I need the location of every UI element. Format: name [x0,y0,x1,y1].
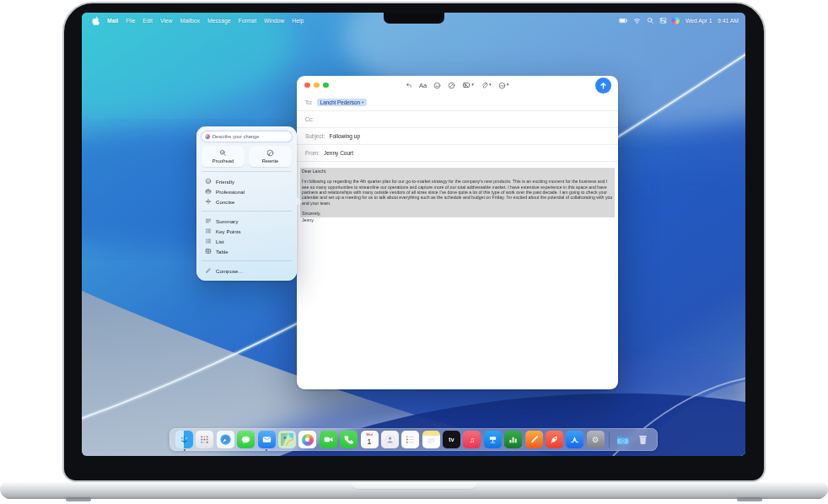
from-label: From: [305,150,320,156]
laptop-lid: MailFileEditViewMailboxMessageFormatWind… [62,2,766,482]
calendar-app-icon: Wed1 [361,431,379,448]
music-app-icon: ♫ [463,431,481,448]
to-label: To: [305,99,313,105]
writing-tools-item-compose[interactable]: Compose… [202,265,292,276]
control-center-icon[interactable] [659,17,667,24]
dock-facetime-icon[interactable] [320,431,337,448]
dock-trash-icon[interactable] [634,431,652,448]
contacts-app-icon [381,431,399,448]
smiley-icon [204,178,212,185]
battery-icon[interactable] [619,16,628,25]
menu-item-window[interactable]: Window [264,18,284,24]
wifi-icon[interactable] [633,17,641,24]
describe-change-placeholder: Describe your change [212,134,259,139]
dock-downloads-folder-icon[interactable] [614,431,632,448]
dock-finder-icon[interactable] [175,431,193,448]
dock-calendar-icon[interactable]: Wed1 [361,431,379,448]
writing-tools-item-professional[interactable]: Professional [202,186,292,196]
dock-keynote-icon[interactable] [484,431,502,448]
search-icon[interactable] [647,17,654,24]
recipient-token[interactable]: Lanchi Pederson ▾ [317,99,368,106]
chevron-down-icon: ▾ [471,83,474,88]
proofread-button[interactable]: Proofread [202,146,245,167]
dock-app-store-icon[interactable] [566,431,583,448]
menu-item-view[interactable]: View [160,18,173,24]
dock-photos-icon[interactable] [298,431,316,448]
launchpad-app-icon [196,431,213,448]
dock-notes-icon[interactable] [422,431,440,448]
reminders-app-icon [401,431,419,448]
dock-music-icon[interactable]: ♫ [463,431,481,448]
dock-settings-icon[interactable]: ⚙ [587,431,605,448]
dock-phone-icon[interactable] [340,431,358,448]
from-value: Jenny Court [324,150,353,156]
dock-launchpad-icon[interactable] [196,431,213,448]
to-field[interactable]: To: Lanchi Pederson ▾ [297,94,618,111]
writing-tools-item-list[interactable]: List [202,236,292,246]
window-titlebar[interactable]: Aa▾▾▾ [297,76,618,94]
pages-app-icon [525,431,543,448]
menu-item-mailbox[interactable]: Mailbox [180,18,200,24]
format-icon[interactable]: Aa [419,82,427,89]
writing-tools-icon[interactable] [448,82,455,89]
dock-rocket-icon[interactable] [546,431,563,448]
undo-icon[interactable] [405,82,412,89]
signature-icon[interactable]: ▾ [498,82,509,89]
menu-item-format[interactable]: Format [239,18,257,24]
writing-tools-item-friendly[interactable]: Friendly [202,176,292,186]
dock-maps-icon[interactable] [278,431,296,448]
dock-contacts-icon[interactable] [381,431,399,448]
send-button[interactable] [595,78,611,94]
macbook-screenshot: { "menubar": { "apple_menu_icon": "apple… [0,0,828,504]
writing-tools-item-concise[interactable]: Concise [202,196,292,206]
laptop-base [0,482,828,499]
menu-item-help[interactable]: Help [292,18,304,24]
menu-item-edit[interactable]: Edit [142,18,153,24]
writing-tools-item-key-points[interactable]: Key Points [202,226,292,236]
emoji-icon[interactable] [433,82,441,89]
writing-tools-item-summary[interactable]: Summary [202,216,292,226]
dock-pages-icon[interactable] [525,431,543,448]
zoom-button[interactable] [323,83,329,88]
rewrite-button[interactable]: Rewrite [249,146,292,167]
close-button[interactable] [304,83,310,88]
dock-divider [609,432,610,448]
dock-mail-icon[interactable] [258,431,276,448]
photo-browser-icon[interactable]: ▾ [462,81,474,89]
divider [202,171,292,172]
menu-bar-time[interactable]: 9:41 AM [718,18,739,24]
cc-field[interactable]: Cc: [297,111,618,128]
mail-app-icon [258,431,276,448]
dock-messages-icon[interactable] [237,431,255,448]
dock-tv-icon[interactable]: tv [443,431,460,448]
describe-change-input[interactable]: Describe your change [202,131,292,142]
divider [202,260,292,261]
message-body[interactable]: Dear Lanchi, I'm following up regarding … [297,162,618,229]
chevron-down-icon: ▾ [489,83,492,88]
siri-icon[interactable] [672,17,680,24]
writing-tools-actions: ProofreadRewrite [202,146,292,167]
writing-tools-item-table[interactable]: Table [202,246,292,256]
menu-bar-date[interactable]: Wed Apr 1 [686,18,712,24]
dock-reminders-icon[interactable] [401,431,419,448]
laptop-screen: MailFileEditViewMailboxMessageFormatWind… [82,13,745,456]
table-icon [204,248,212,255]
trash-app-icon [634,431,652,448]
subject-label: Subject: [305,133,325,139]
from-field[interactable]: From: Jenny Court [297,145,618,162]
menu-item-message[interactable]: Message [207,18,231,24]
writing-tools-groups: FriendlyProfessionalConciseSummaryKey Po… [202,171,292,276]
dock-safari-icon[interactable] [217,431,234,448]
dock-numbers-icon[interactable] [504,431,522,448]
menu-item-file[interactable]: File [126,18,135,24]
running-indicator [266,449,267,451]
body-greeting: Dear Lanchi, [302,169,613,174]
menu-item-mail[interactable]: Mail [107,18,118,24]
minimize-button[interactable] [314,83,320,88]
summary-icon [204,217,212,224]
selected-text: Dear Lanchi, I'm following up regarding … [300,168,615,217]
dock: Wed1tv♫⚙ [169,428,658,451]
subject-field[interactable]: Subject: Following up [297,128,618,145]
attach-icon[interactable]: ▾ [481,82,492,89]
apple-menu-icon[interactable] [92,16,99,26]
